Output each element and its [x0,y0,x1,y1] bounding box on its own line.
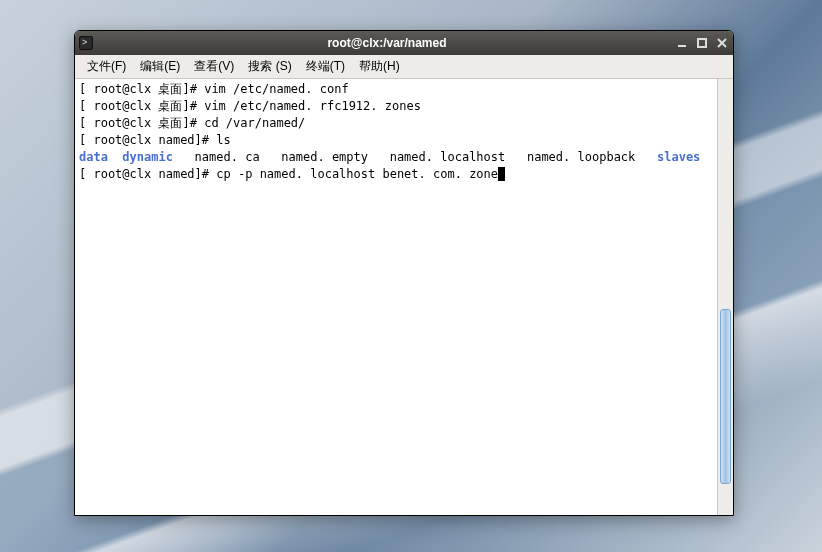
scrollbar[interactable] [717,79,733,515]
titlebar[interactable]: root@clx:/var/named [75,31,733,55]
menu-edit[interactable]: 编辑(E) [134,56,186,77]
prompt: [ root@clx named]# [79,133,216,147]
prompt: [ root@clx 桌面]# [79,116,204,130]
minimize-button[interactable] [675,36,689,50]
window-title: root@clx:/var/named [99,36,675,50]
command-text: vim /etc/named. rfc1912. zones [204,99,421,113]
prompt: [ root@clx 桌面]# [79,99,204,113]
close-button[interactable] [715,36,729,50]
terminal-window: root@clx:/var/named 文件(F) 编辑(E) 查看(V) 搜索… [74,30,734,516]
prompt: [ root@clx 桌面]# [79,82,204,96]
command-text: cp -p named. localhost benet. com. zone [216,167,498,181]
menu-search[interactable]: 搜索 (S) [242,56,297,77]
maximize-icon [696,37,708,49]
scroll-thumb[interactable] [720,309,731,484]
cursor [498,167,505,181]
close-icon [716,37,728,49]
ls-file: named. ca named. empty named. localhost … [195,150,636,164]
command-text: vim /etc/named. conf [204,82,349,96]
terminal-app-icon [79,36,93,50]
svg-rect-1 [698,39,706,47]
menu-view[interactable]: 查看(V) [188,56,240,77]
terminal-body: [ root@clx 桌面]# vim /etc/named. conf [ r… [75,79,733,515]
menu-help[interactable]: 帮助(H) [353,56,406,77]
menu-file[interactable]: 文件(F) [81,56,132,77]
command-text: ls [216,133,230,147]
window-controls [675,36,729,50]
maximize-button[interactable] [695,36,709,50]
ls-dir: data dynamic [79,150,173,164]
minimize-icon [676,37,688,49]
command-text: cd /var/named/ [204,116,305,130]
prompt: [ root@clx named]# [79,167,216,181]
menu-terminal[interactable]: 终端(T) [300,56,351,77]
ls-dir: slaves [657,150,700,164]
menubar: 文件(F) 编辑(E) 查看(V) 搜索 (S) 终端(T) 帮助(H) [75,55,733,79]
terminal-output[interactable]: [ root@clx 桌面]# vim /etc/named. conf [ r… [75,79,717,515]
